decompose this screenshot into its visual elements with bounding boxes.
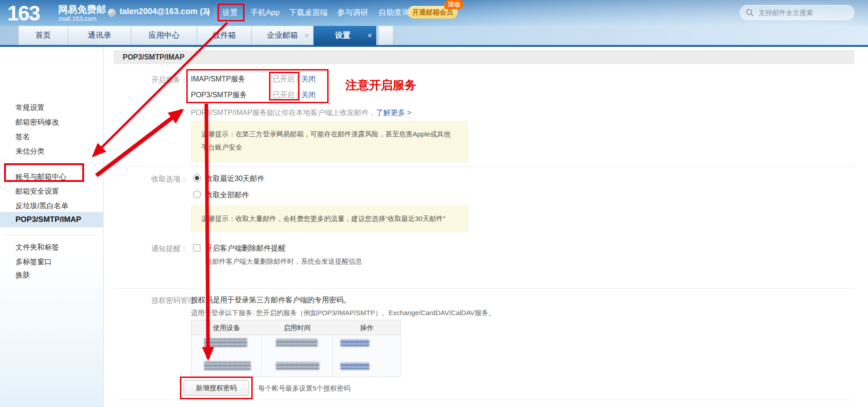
tab-inbox[interactable]: 收件箱 <box>197 26 252 45</box>
redacted-time-cell <box>276 339 318 347</box>
mail-163-settings-page: 163 网易免费邮 mail.163.com talen2004@163.com… <box>0 0 868 407</box>
sidebar-item-folders-labels[interactable]: 文件夹和标签 <box>15 243 59 252</box>
imap-smtp-close-link[interactable]: 关闭 <box>301 75 316 84</box>
radio-all-mail-label[interactable]: 收取全部邮件 <box>205 191 249 200</box>
member-medal-icon <box>108 9 116 17</box>
activity-badge: 活动 <box>444 0 464 9</box>
logo-163[interactable]: 163 <box>7 1 40 25</box>
page-title: POP3/SMTP/IMAP <box>123 50 185 64</box>
status-divider: | <box>296 75 298 83</box>
redacted-action-cell <box>340 362 369 370</box>
brand-domain: mail.163.com <box>59 15 96 22</box>
fetch-section-label: 收取选项： <box>151 175 188 184</box>
auth-description-1: 授权码是用于登录第三方邮件客户端的专用密码。 <box>191 296 351 305</box>
radio-recent-30-days[interactable] <box>193 174 201 182</box>
service-section-label: 开启服务： <box>151 75 188 85</box>
settings-sidebar: 常规设置 邮箱密码修改 签名 来信分类 账号与邮箱中心 邮箱安全设置 反垃圾/黑… <box>0 47 104 407</box>
traffic-warning-notice: 温馨提示：收取大量邮件，会耗费您更多的流量，建议您选择“收取最近30天邮件” <box>191 206 468 231</box>
tab-list-dropdown[interactable] <box>378 26 394 45</box>
delete-reminder-label[interactable]: 开启客户端删除邮件提醒 <box>205 244 285 253</box>
notify-section-label: 通知提醒： <box>151 244 188 254</box>
redacted-time-cell <box>276 362 319 370</box>
sidebar-item-incoming-sorting[interactable]: 来信分类 <box>15 147 45 156</box>
user-account-dropdown[interactable]: talen2004@163.com (2) <box>120 7 210 16</box>
radio-all-mail[interactable] <box>193 191 201 198</box>
search-icon <box>746 9 754 17</box>
redacted-device-cell <box>204 362 251 370</box>
pop3-smtp-close-link[interactable]: 关闭 <box>301 90 316 100</box>
service-description: POP3/SMTP/IMAP服务能让你在本地客户端上收发邮件，了解更多 > <box>191 108 411 118</box>
tab-enterprise-mail[interactable]: 企业邮箱 × <box>252 26 314 45</box>
sidebar-item-password-change[interactable]: 邮箱密码修改 <box>15 118 59 127</box>
imap-smtp-status: 已开启 <box>273 75 294 84</box>
auth-password-limit-hint: 每个帐号最多设置5个授权密码 <box>258 384 350 393</box>
mail-search-box[interactable] <box>740 5 854 20</box>
nav-settings[interactable]: 设置 <box>222 7 238 18</box>
delete-reminder-checkbox[interactable] <box>193 244 200 251</box>
redacted-action-cell <box>340 339 369 347</box>
nav-desktop-client[interactable]: 下载桌面端 <box>289 7 328 18</box>
imap-smtp-service-label: IMAP/SMTP服务 <box>191 75 245 84</box>
pop3-smtp-service-label: POP3/SMTP服务 <box>191 90 247 100</box>
col-header-device: 使用设备 <box>191 320 262 335</box>
security-warning-notice: 温馨提示：在第三方登录网易邮箱，可能存在邮件泄露风险，甚至危害Apple或其他 … <box>191 121 468 162</box>
header-divider <box>215 7 215 19</box>
sidebar-item-antispam[interactable]: 反垃圾/黑白名单 <box>15 201 68 211</box>
nav-survey[interactable]: 参与调研 <box>337 7 368 18</box>
add-auth-password-button[interactable]: 新增授权密码 <box>184 380 249 396</box>
learn-more-link[interactable]: 了解更多 > <box>376 109 411 116</box>
sidebar-item-pop3-smtp-imap[interactable]: POP3/SMTP/IMAP <box>0 212 104 227</box>
pop3-smtp-status: 已开启 <box>273 90 294 100</box>
close-icon[interactable]: × <box>368 26 372 45</box>
tab-settings-active[interactable]: 设置 × <box>314 26 376 45</box>
col-header-actions: 操作 <box>333 320 401 335</box>
col-header-enable-time: 启用时间 <box>262 320 333 335</box>
sidebar-item-skin[interactable]: 换肤 <box>15 271 30 280</box>
search-input[interactable] <box>758 7 849 18</box>
sidebar-item-security[interactable]: 邮箱安全设置 <box>15 187 59 196</box>
tab-contacts[interactable]: 通讯录 <box>68 26 131 45</box>
top-header: 163 网易免费邮 mail.163.com talen2004@163.com… <box>0 0 868 26</box>
page-title-bar: POP3/SMTP/IMAP <box>114 50 854 64</box>
radio-recent-30-days-label[interactable]: 收取最近30天邮件 <box>205 174 264 184</box>
sidebar-item-signature[interactable]: 签名 <box>15 132 30 142</box>
sidebar-divider <box>5 235 98 236</box>
sidebar-divider <box>5 163 98 164</box>
brand-title: 网易免费邮 <box>58 3 106 16</box>
delete-reminder-subtext: 当邮件客户端大量删除邮件时，系统会发送提醒信息 <box>205 257 362 266</box>
section-divider <box>114 288 854 289</box>
status-divider: | <box>296 90 298 99</box>
nav-mobile-app[interactable]: 手机App <box>250 7 279 18</box>
tab-home[interactable]: 首页 <box>18 26 68 45</box>
auth-description-2: 适用于登录以下服务: 您开启的服务（例如POP3/IMAP/SMTP）、Exch… <box>191 309 495 317</box>
sidebar-item-multitab[interactable]: 多标签窗口 <box>15 257 52 267</box>
redacted-device-cell <box>204 338 247 347</box>
chevron-down-icon[interactable] <box>205 11 210 14</box>
tab-app-center[interactable]: 应用中心 <box>131 26 197 45</box>
section-divider <box>114 166 854 167</box>
tab-bar: 首页 通讯录 应用中心 收件箱 企业邮箱 × 设置 × <box>0 26 868 45</box>
sidebar-item-general[interactable]: 常规设置 <box>15 103 45 113</box>
sidebar-item-account-center[interactable]: 账号与邮箱中心 <box>15 172 66 182</box>
nav-self-service[interactable]: 自助查询 <box>379 7 409 18</box>
close-icon[interactable]: × <box>304 26 309 45</box>
auth-password-table: 使用设备 启用时间 操作 <box>191 320 401 377</box>
content-bottom-divider <box>114 400 854 400</box>
